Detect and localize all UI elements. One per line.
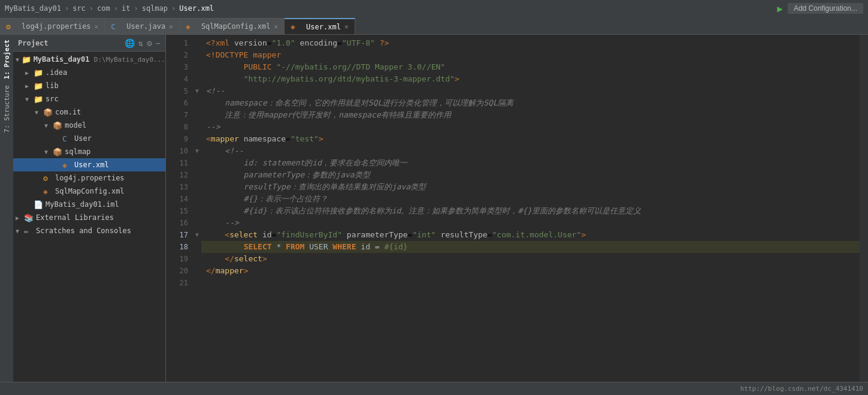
line-num-3: 3 [166,61,193,73]
code-line-10: <!-- [201,145,860,157]
tree-item-model[interactable]: ▼ 📦 model [13,119,165,132]
tab-close-userjava[interactable]: ✕ [169,23,173,31]
fold-19 [193,253,201,265]
add-configuration-button[interactable]: Add Configuration... [788,3,863,14]
tab-log4j[interactable]: ⚙ log4j.properties ✕ [0,18,105,34]
tab-label-userjava: User.java [126,22,165,31]
tab-bar: ⚙ log4j.properties ✕ C User.java ✕ ◈ Sql… [0,17,868,35]
tree-item-idea[interactable]: ▶ 📁 .idea [13,66,165,79]
project-header-icons: 🌐 ⇅ ⚙ − [125,38,161,48]
tree-label-idea: .idea [46,68,67,77]
fold-8 [193,121,201,133]
fold-1 [193,37,201,49]
tree-item-log4j[interactable]: ⚙ log4j.properties [13,171,165,185]
tree-item-sqlmapconfig[interactable]: ◈ SqlMapConfig.xml [13,185,165,198]
arrow-ext-libs: ▶ [16,215,24,221]
fold-10[interactable]: ▼ [193,145,201,157]
tree-label-iml: MyBatis_day01.iml [46,200,119,209]
gear-icon[interactable]: ⚙ [147,38,152,48]
tab-userjava[interactable]: C User.java ✕ [105,18,180,34]
tree-label-sqlmap: sqlmap [65,147,90,156]
line-num-21: 21 [166,277,193,289]
arrow-scratches: ▼ [16,228,24,234]
code-line-2: <!DOCTYPE mapper [201,49,860,61]
sidebar-labels: 1: Project 7: Structure [0,35,13,382]
code-line-18: SELECT * FROM USER WHERE id = #{id} [201,241,860,253]
code-line-5: <!-- [201,85,860,97]
tree-item-userxml[interactable]: ◈ User.xml [13,158,165,171]
code-line-15: #{id}：表示该占位符待接收参数的名称为id。注意：如果参数为简单类型时，#{… [201,205,860,217]
code-line-6: namespace：命名空间，它的作用就是对SQL进行分类化管理，可以理解为SQ… [201,97,860,109]
fold-6 [193,97,201,109]
fold-gutter: ▼ ▼ ▼ [193,35,201,382]
sidebar-label-project[interactable]: 1: Project [2,37,12,82]
tab-label-log4j: log4j.properties [22,22,91,31]
line-num-16: 16 [166,217,193,229]
sync-icon[interactable]: ⇅ [138,38,143,48]
breadcrumb-com[interactable]: com [97,4,110,13]
tree-label-mybatis: MyBatis_day01 D:\MyBatis_day0... [34,55,165,64]
arrow-comit: ▼ [35,109,43,116]
tree-item-user-java[interactable]: C User [13,132,165,145]
breadcrumb-mybatis[interactable]: MyBatis_day01 [5,4,61,13]
line-num-15: 15 [166,205,193,217]
code-line-7: 注意：使用mapper代理开发时，namespace有特殊且重要的作用 [201,109,860,121]
line-num-6: 6 [166,97,193,109]
line-num-1: 1 [166,37,193,49]
top-bar: MyBatis_day01 › src › com › it › sqlmap … [0,0,868,17]
code-line-16: --> [201,217,860,229]
breadcrumb-sqlmap[interactable]: sqlmap [142,4,168,13]
line-num-5: 5 [166,85,193,97]
run-icon[interactable]: ▶ [777,3,783,14]
tree-item-scratches[interactable]: ▼ ✏ Scratches and Consoles [13,224,165,237]
minimize-icon[interactable]: − [156,38,161,48]
xml-icon-sqlmapconfig: ◈ [43,187,53,196]
tab-close-sqlmapconfig[interactable]: ✕ [274,23,278,31]
code-line-17: <select id="findUserById" parameterType=… [201,229,860,241]
status-url: http://blog.csdn.net/dc_4341410 [740,385,863,393]
tab-close-log4j[interactable]: ✕ [95,23,99,31]
tree-label-user-java: User [74,134,92,143]
tree-label-userxml: User.xml [74,161,109,169]
tree-item-ext-libs[interactable]: ▶ 📚 External Libraries [13,211,165,224]
line-num-14: 14 [166,193,193,205]
tree-item-src[interactable]: ▼ 📁 src [13,92,165,105]
code-line-14: #{}：表示一个占位符？ [201,193,860,205]
java-icon-user: C [62,134,72,143]
fold-13 [193,181,201,193]
project-panel: Project 🌐 ⇅ ⚙ − ▼ 📁 MyBatis_day01 D:\MyB… [13,35,166,382]
fold-15 [193,205,201,217]
globe-icon[interactable]: 🌐 [125,38,135,48]
tree-item-comit[interactable]: ▼ 📦 com.it [13,105,165,119]
tree-item-iml[interactable]: 📄 MyBatis_day01.iml [13,198,165,211]
fold-7 [193,109,201,121]
code-content[interactable]: <?xml version="1.0" encoding="UTF-8" ?> … [201,35,860,382]
tab-close-userxml[interactable]: ✕ [344,23,349,31]
fold-17[interactable]: ▼ [193,229,201,241]
line-num-8: 8 [166,121,193,133]
arrow-sqlmap: ▼ [44,149,53,155]
iml-icon: 📄 [34,200,43,209]
right-gutter [860,35,868,382]
breadcrumb-userxml[interactable]: User.xml [179,4,214,13]
tree-item-sqlmap[interactable]: ▼ 📦 sqlmap [13,145,165,158]
code-editor[interactable]: 1 2 3 4 5 6 7 8 9 10 11 12 13 14 15 16 1… [166,35,868,382]
folder-icon-idea: 📁 [34,68,43,77]
folder-icon-src: 📁 [34,95,43,104]
code-line-20: </mapper> [201,265,860,277]
folder-icon-comit: 📦 [43,108,53,117]
fold-5[interactable]: ▼ [193,85,201,97]
fold-21 [193,277,201,289]
tab-sqlmapconfig[interactable]: ◈ SqlMapConfig.xml ✕ [180,18,285,34]
breadcrumb-src[interactable]: src [72,4,86,13]
tree-label-model: model [65,121,86,129]
code-line-1: <?xml version="1.0" encoding="UTF-8" ?> [201,37,860,49]
line-num-13: 13 [166,181,193,193]
fold-11 [193,157,201,169]
sidebar-label-structure[interactable]: 7: Structure [2,83,12,135]
tree-item-lib[interactable]: ▶ 📁 lib [13,79,165,92]
tab-userxml[interactable]: ◈ User.xml ✕ [285,18,355,34]
folder-icon-lib: 📁 [34,82,43,91]
tree-item-mybatis[interactable]: ▼ 📁 MyBatis_day01 D:\MyBatis_day0... [13,53,165,66]
breadcrumb-it[interactable]: it [122,4,130,13]
